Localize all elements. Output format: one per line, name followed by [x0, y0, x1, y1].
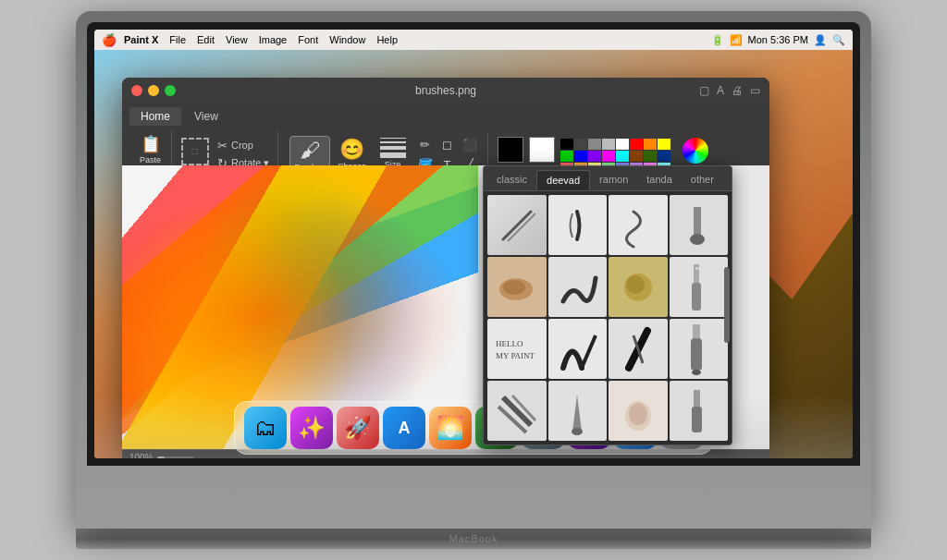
- wifi-icon: 📶: [730, 34, 743, 46]
- close-button[interactable]: [131, 85, 142, 96]
- menu-window[interactable]: Window: [329, 34, 365, 45]
- menu-help[interactable]: Help: [376, 34, 398, 45]
- window-icon-1[interactable]: ▢: [699, 84, 709, 97]
- color-swatch-15[interactable]: [658, 151, 670, 162]
- color2-swatch[interactable]: [529, 137, 555, 163]
- color-swatch-10[interactable]: [588, 151, 601, 162]
- size-icon: [380, 138, 406, 158]
- brush-cell-5[interactable]: [487, 257, 547, 317]
- svg-point-22: [629, 403, 647, 425]
- brush-img-16: [670, 381, 729, 441]
- brush-img-8: [670, 257, 729, 317]
- brush-img-1: [487, 195, 547, 255]
- brush-scrollbar[interactable]: [724, 267, 730, 343]
- brush-cell-6[interactable]: [548, 257, 608, 317]
- window-icon-3[interactable]: 🖨: [732, 84, 743, 97]
- brush-grid: HELLO MY PAINT: [484, 191, 732, 444]
- color-swatch-2[interactable]: [588, 139, 601, 150]
- color1-swatch[interactable]: [498, 137, 523, 163]
- svg-line-0: [503, 212, 531, 239]
- svg-point-16: [692, 370, 701, 375]
- brush-tab-tanda[interactable]: tanda: [637, 170, 682, 190]
- brush-cell-2[interactable]: [548, 195, 608, 255]
- search-icon[interactable]: 🔍: [832, 34, 845, 46]
- dock-item-launchpad[interactable]: 🚀: [337, 407, 379, 449]
- brush-cell-14[interactable]: [548, 381, 608, 441]
- dock-item-appstore[interactable]: A: [383, 407, 425, 449]
- paste-button[interactable]: 📋 Paste: [135, 131, 166, 167]
- battery-icon: 🔋: [711, 34, 724, 46]
- brush-cell-3[interactable]: [609, 195, 668, 255]
- desktop-wallpaper: brushes.png ▢ A 🖨 ▭ Home: [94, 50, 853, 458]
- menu-file[interactable]: File: [169, 34, 186, 45]
- brush-tab-ramon[interactable]: ramon: [590, 170, 637, 190]
- screen: 🍎 Paint X File Edit View Image Font Wind…: [94, 30, 853, 458]
- macbook-frame: 🍎 Paint X File Edit View Image Font Wind…: [76, 11, 871, 529]
- brush-img-11: [609, 319, 668, 379]
- brush-tab-classic[interactable]: classic: [487, 170, 536, 190]
- brush-cell-11[interactable]: [609, 319, 668, 379]
- brush-cell-10[interactable]: [548, 319, 608, 379]
- fill-tool[interactable]: ⬛: [460, 136, 480, 154]
- dock-item-finder[interactable]: 🗂: [244, 407, 287, 449]
- color-swatch-13[interactable]: [630, 151, 643, 162]
- brush-cell-1[interactable]: [487, 195, 547, 255]
- brush-img-9: HELLO MY PAINT: [487, 319, 547, 379]
- color-swatch-9[interactable]: [574, 151, 587, 162]
- color-swatch-0[interactable]: [560, 139, 573, 150]
- color-swatch-14[interactable]: [644, 151, 657, 162]
- macbook-label: MacBook: [449, 533, 498, 544]
- brush-tab-other[interactable]: other: [682, 170, 723, 190]
- svg-rect-23: [694, 390, 700, 407]
- brush-cell-16[interactable]: [670, 381, 729, 441]
- menu-image[interactable]: Image: [259, 34, 288, 45]
- color-swatch-4[interactable]: [616, 139, 629, 150]
- color-swatch-1[interactable]: [574, 139, 587, 150]
- minimize-button[interactable]: [148, 85, 159, 96]
- titlebar-right-icons: ▢ A 🖨 ▭: [699, 84, 760, 97]
- brush-cell-13[interactable]: [487, 381, 547, 441]
- brush-img-5: [487, 257, 547, 317]
- brush-cell-4[interactable]: [670, 195, 729, 255]
- color-swatch-7[interactable]: [658, 139, 670, 150]
- svg-point-20: [572, 428, 583, 435]
- svg-rect-9: [692, 283, 701, 310]
- dock-item-siri[interactable]: ✨: [290, 407, 333, 449]
- menu-edit[interactable]: Edit: [197, 34, 215, 45]
- window-title: brushes.png: [415, 84, 476, 97]
- pencil-tool[interactable]: ✏: [415, 136, 436, 154]
- color-swatch-5[interactable]: [630, 139, 643, 150]
- color-wheel-icon: [683, 138, 708, 164]
- window-icon-4[interactable]: ▭: [750, 84, 760, 97]
- color-swatch-12[interactable]: [616, 151, 629, 162]
- color-swatch-11[interactable]: [602, 151, 615, 162]
- brush-grid-container: HELLO MY PAINT: [484, 191, 732, 444]
- color-swatch-3[interactable]: [602, 139, 615, 150]
- brush-cell-12[interactable]: [670, 319, 729, 379]
- apple-menu[interactable]: 🍎: [102, 33, 117, 47]
- tab-view[interactable]: View: [183, 107, 229, 126]
- window-icon-2[interactable]: A: [717, 84, 724, 97]
- select-dashes: ⬚: [191, 147, 199, 155]
- brush-img-14: [548, 381, 608, 441]
- brush-img-15: [609, 381, 668, 441]
- dock-item-photos[interactable]: 🌅: [429, 407, 472, 449]
- system-menubar: 🍎 Paint X File Edit View Image Font Wind…: [94, 30, 853, 50]
- color-swatch-8[interactable]: [560, 151, 573, 162]
- brush-cell-7[interactable]: [609, 257, 668, 317]
- crop-button[interactable]: ✂ Crop: [215, 138, 272, 153]
- color-swatch-6[interactable]: [644, 139, 657, 150]
- brush-cell-15[interactable]: [609, 381, 668, 441]
- brush-cell-8[interactable]: [670, 257, 729, 317]
- select-tool[interactable]: ⬚: [181, 138, 209, 165]
- brush-cell-9[interactable]: HELLO MY PAINT: [487, 319, 547, 379]
- fullscreen-button[interactable]: [165, 85, 176, 96]
- macbook-bottom: MacBook: [76, 529, 871, 549]
- menubar-right: 🔋 📶 Mon 5:36 PM 👤 🔍: [711, 34, 845, 46]
- brush-tab-deevad[interactable]: deevad: [536, 170, 590, 190]
- menu-view[interactable]: View: [226, 34, 248, 45]
- pencil-row: ✏ ◻ ⬛: [415, 136, 480, 154]
- tab-home[interactable]: Home: [129, 107, 181, 126]
- eraser-tool[interactable]: ◻: [437, 136, 458, 154]
- menu-font[interactable]: Font: [298, 34, 318, 45]
